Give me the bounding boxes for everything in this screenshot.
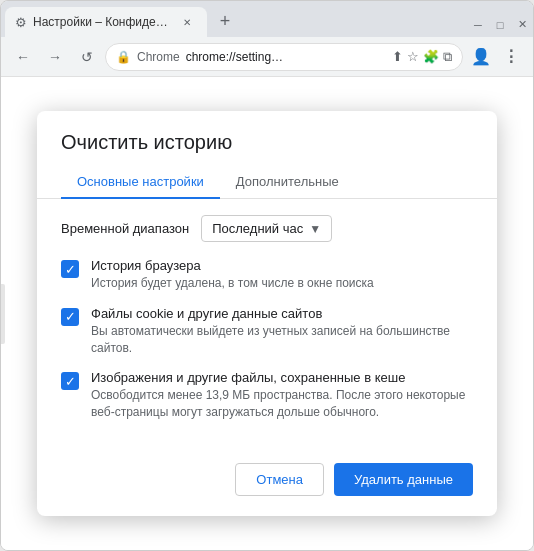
tab-close-icon[interactable]: ✕ (179, 14, 195, 30)
lock-icon: 🔒 (116, 50, 131, 64)
address-bar[interactable]: 🔒 Chrome chrome://setting… ⬆ ☆ 🧩 ⧉ (105, 43, 463, 71)
active-tab[interactable]: ⚙ Настройки – Конфиденциально… ✕ (5, 7, 207, 37)
forward-button[interactable]: → (41, 43, 69, 71)
checkbox-cookies[interactable]: ✓ (61, 308, 79, 326)
time-range-value: Последний час (212, 221, 303, 236)
content-area: Очистить историю Основные настройки Допо… (1, 77, 533, 550)
chrome-brand-label: Chrome (137, 50, 180, 64)
checkmark-icon: ✓ (65, 263, 76, 276)
checkbox-history-desc: История будет удалена, в том числе в окн… (91, 275, 473, 292)
tab-title: Настройки – Конфиденциально… (33, 15, 173, 29)
dialog-overlay: Очистить историю Основные настройки Допо… (1, 77, 533, 550)
nav-right-icons: 👤 ⋮ (467, 43, 525, 71)
nav-bar: ← → ↺ 🔒 Chrome chrome://setting… ⬆ ☆ 🧩 ⧉… (1, 37, 533, 77)
avatar-button[interactable]: 👤 (467, 43, 495, 71)
tab-gear-icon: ⚙ (15, 15, 27, 30)
checkbox-cookies-title: Файлы cookie и другие данные сайтов (91, 306, 473, 321)
checkbox-cache[interactable]: ✓ (61, 372, 79, 390)
new-tab-icon: + (220, 11, 231, 32)
browser-window: ⚙ Настройки – Конфиденциально… ✕ + ─ □ ✕… (0, 0, 534, 551)
checkmark-icon: ✓ (65, 375, 76, 388)
dialog-footer: Отмена Удалить данные (37, 451, 497, 516)
back-button[interactable]: ← (9, 43, 37, 71)
select-arrow-icon: ▼ (309, 222, 321, 236)
refresh-button[interactable]: ↺ (73, 43, 101, 71)
cancel-button[interactable]: Отмена (235, 463, 324, 496)
checkbox-history[interactable]: ✓ (61, 260, 79, 278)
checkbox-item-cache: ✓ Изображения и другие файлы, сохраненны… (61, 370, 473, 421)
time-range-label: Временной диапазон (61, 221, 189, 236)
tab-bar: ⚙ Настройки – Конфиденциально… ✕ + ─ □ ✕ (1, 1, 533, 37)
forward-icon: → (48, 49, 62, 65)
maximize-icon[interactable]: □ (493, 19, 507, 31)
extensions-icon[interactable]: 🧩 (423, 49, 439, 64)
time-range-row: Временной диапазон Последний час ▼ (61, 215, 473, 242)
menu-button[interactable]: ⋮ (497, 43, 525, 71)
copy-icon[interactable]: ⧉ (443, 49, 452, 65)
window-controls: ─ □ ✕ (471, 18, 529, 37)
address-icons: ⬆ ☆ 🧩 ⧉ (392, 49, 452, 65)
dialog-tabs: Основные настройки Дополнительные (37, 166, 497, 199)
checkbox-history-text: История браузера История будет удалена, … (91, 258, 473, 292)
tab-advanced[interactable]: Дополнительные (220, 166, 355, 199)
refresh-icon: ↺ (81, 49, 93, 65)
checkbox-item-history: ✓ История браузера История будет удалена… (61, 258, 473, 292)
share-icon[interactable]: ⬆ (392, 49, 403, 64)
clear-history-dialog: Очистить историю Основные настройки Допо… (37, 111, 497, 516)
dialog-body: Временной диапазон Последний час ▼ ✓ (37, 199, 497, 451)
time-range-select[interactable]: Последний час ▼ (201, 215, 332, 242)
dialog-title: Очистить историю (37, 111, 497, 154)
menu-icon: ⋮ (503, 47, 519, 66)
checkbox-cache-text: Изображения и другие файлы, сохраненные … (91, 370, 473, 421)
tab-advanced-label: Дополнительные (236, 174, 339, 189)
checkbox-cookies-text: Файлы cookie и другие данные сайтов Вы а… (91, 306, 473, 357)
delete-button[interactable]: Удалить данные (334, 463, 473, 496)
bookmark-icon[interactable]: ☆ (407, 49, 419, 64)
checkbox-item-cookies: ✓ Файлы cookie и другие данные сайтов Вы… (61, 306, 473, 357)
back-icon: ← (16, 49, 30, 65)
avatar-icon: 👤 (471, 47, 491, 66)
checkmark-icon: ✓ (65, 310, 76, 323)
new-tab-button[interactable]: + (211, 7, 239, 35)
checkbox-history-title: История браузера (91, 258, 473, 273)
tab-basic-label: Основные настройки (77, 174, 204, 189)
checkbox-cache-desc: Освободится менее 13,9 МБ пространства. … (91, 387, 473, 421)
checkbox-cache-title: Изображения и другие файлы, сохраненные … (91, 370, 473, 385)
url-text: chrome://setting… (186, 50, 386, 64)
close-icon[interactable]: ✕ (515, 18, 529, 31)
checkbox-cookies-desc: Вы автоматически выйдете из учетных запи… (91, 323, 473, 357)
tab-basic-settings[interactable]: Основные настройки (61, 166, 220, 199)
minimize-icon[interactable]: ─ (471, 19, 485, 31)
